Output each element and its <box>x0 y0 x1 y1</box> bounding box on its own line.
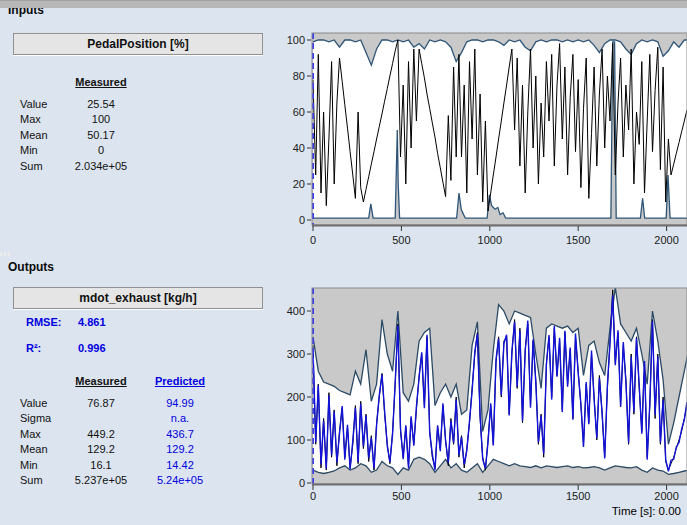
table-row: Max 449.2 436.7 <box>20 426 222 442</box>
input-signal-chart[interactable]: 0500100015002000020406080100 <box>283 0 687 250</box>
x-tick-label: 1500 <box>566 490 590 502</box>
r2-label: R²: <box>26 342 78 368</box>
x-tick-label: 1000 <box>478 234 502 246</box>
rmse-label: RMSE: <box>26 316 78 342</box>
splitter-grip-icon <box>0 252 10 256</box>
table-row: Sum 2.034e+05 <box>20 158 138 174</box>
rmse-row: RMSE: 4.861 <box>26 316 106 342</box>
y-tick-label: 200 <box>287 391 305 403</box>
table-row: Mean 129.2 129.2 <box>20 442 222 458</box>
table-row: Sigma n.a. <box>20 411 222 427</box>
table-row: Min 16.1 14.42 <box>20 457 222 473</box>
x-tick-label: 0 <box>310 490 316 502</box>
metrics-block: RMSE: 4.861 R²: 0.996 <box>26 316 106 368</box>
horizontal-splitter[interactable] <box>0 0 687 8</box>
table-row: Max 100 <box>20 112 138 128</box>
table-row: Sum 5.237e+05 5.24e+05 <box>20 473 222 489</box>
y-tick-label: 80 <box>293 70 305 82</box>
table-row: Mean 50.17 <box>20 127 138 143</box>
y-tick-label: 60 <box>293 106 305 118</box>
output-signal-selector[interactable]: mdot_exhaust [kg/h] <box>13 287 263 309</box>
outputs-stats-table: Measured Predicted Value 76.87 94.99 Sig… <box>20 375 222 488</box>
table-row: Value 76.87 94.99 <box>20 395 222 411</box>
r2-row: R²: 0.996 <box>26 342 106 368</box>
outputs-panel-title: Outputs <box>8 260 54 274</box>
y-tick-label: 0 <box>299 214 305 226</box>
output-signal-chart[interactable]: 05001000150020000100200300400 <box>283 268 687 525</box>
y-tick-label: 100 <box>287 434 305 446</box>
r2-value: 0.996 <box>78 342 106 368</box>
input-signal-selector[interactable]: PedalPosition [%] <box>13 33 263 55</box>
outputs-measured-header: Measured <box>64 375 138 387</box>
time-cursor-readout: Time [s]: 0.00 <box>545 505 681 517</box>
input-signal-name: PedalPosition [%] <box>87 37 188 51</box>
table-row: Value 25.54 <box>20 96 138 112</box>
inputs-measured-header: Measured <box>64 76 138 88</box>
x-tick-label: 0 <box>310 234 316 246</box>
y-tick-label: 40 <box>293 142 305 154</box>
y-tick-label: 400 <box>287 305 305 317</box>
y-tick-label: 100 <box>287 34 305 46</box>
outputs-predicted-header: Predicted <box>138 375 222 387</box>
x-tick-label: 2000 <box>654 234 678 246</box>
x-tick-label: 1000 <box>478 490 502 502</box>
table-row: Min 0 <box>20 143 138 159</box>
x-tick-label: 2000 <box>654 490 678 502</box>
rmse-value: 4.861 <box>78 316 106 342</box>
y-tick-label: 300 <box>287 348 305 360</box>
y-tick-label: 20 <box>293 178 305 190</box>
x-tick-label: 500 <box>392 490 410 502</box>
y-tick-label: 0 <box>299 477 305 489</box>
x-tick-label: 500 <box>392 234 410 246</box>
inputs-stats-table: Measured Value 25.54 Max 100 Mean 50.17 … <box>20 76 138 174</box>
x-tick-label: 1500 <box>566 234 590 246</box>
output-signal-name: mdot_exhaust [kg/h] <box>79 291 196 305</box>
